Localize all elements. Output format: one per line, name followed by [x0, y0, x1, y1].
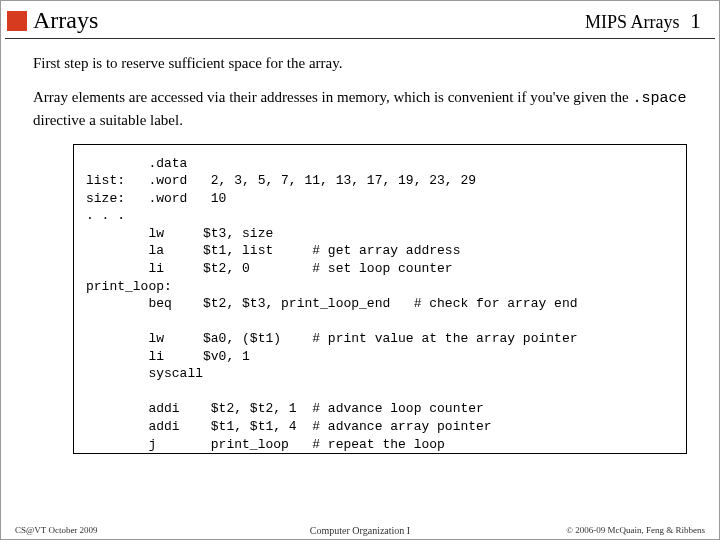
slide-body: First step is to reserve sufficient spac…	[5, 38, 715, 478]
paragraph-1: First step is to reserve sufficient spac…	[33, 53, 687, 73]
paragraph-2a: Array elements are accessed via their ad…	[33, 89, 632, 105]
slide-title: Arrays	[33, 7, 98, 34]
slide-subtitle: MIPS Arrays	[585, 12, 680, 32]
paragraph-2b: directive a suitable label.	[33, 112, 183, 128]
paragraph-2: Array elements are accessed via their ad…	[33, 87, 687, 130]
code-block: .data list: .word 2, 3, 5, 7, 11, 13, 17…	[73, 144, 687, 454]
footer-center: Computer Organization I	[310, 525, 410, 536]
header-left: Arrays	[7, 7, 98, 34]
page-number: 1	[690, 8, 701, 33]
inline-code: .space	[632, 90, 686, 107]
footer: CS@VT October 2009 Computer Organization…	[1, 525, 719, 535]
footer-left: CS@VT October 2009	[15, 525, 98, 535]
footer-right: © 2006-09 McQuain, Feng & Ribbens	[566, 525, 705, 535]
slide-page: Arrays MIPS Arrays 1 First step is to re…	[0, 0, 720, 540]
bullet-icon	[7, 11, 27, 31]
header-right: MIPS Arrays 1	[585, 8, 701, 34]
header: Arrays MIPS Arrays 1	[1, 1, 719, 38]
